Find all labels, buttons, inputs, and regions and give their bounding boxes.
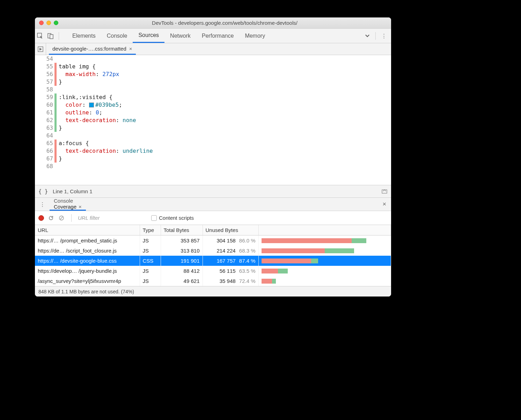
tab-performance[interactable]: Performance: [196, 29, 240, 43]
line-number: 66: [35, 147, 53, 155]
file-navigator-icon[interactable]: [35, 43, 46, 55]
code-line[interactable]: }: [59, 78, 391, 86]
cell-bar: [258, 276, 391, 286]
more-tabs-icon[interactable]: [362, 33, 373, 38]
code-line[interactable]: [59, 163, 391, 170]
clear-icon[interactable]: [58, 215, 65, 222]
code-line[interactable]: max-width: 272px: [59, 70, 391, 78]
divider: [71, 214, 72, 222]
table-row[interactable]: https://… /prompt_embed_static.jsJS353 8…: [35, 235, 391, 246]
code-line[interactable]: color: #039be5;: [59, 101, 391, 109]
line-number: 54: [35, 55, 53, 63]
cell-unused: 35 948 72.4 %: [203, 276, 258, 286]
tab-console[interactable]: Console: [101, 29, 133, 43]
close-drawer-tab-icon[interactable]: ×: [79, 204, 82, 210]
file-tabs: devsite-google-….css:formatted ×: [35, 43, 391, 55]
code-line[interactable]: table img {: [59, 63, 391, 70]
cell-unused: 214 224 68.3 %: [203, 246, 258, 256]
cell-total: 49 621: [161, 276, 203, 286]
cell-total: 313 810: [161, 246, 203, 256]
divider: [59, 32, 59, 40]
tab-elements[interactable]: Elements: [67, 29, 101, 43]
content-scripts-checkbox[interactable]: Content scripts: [151, 215, 194, 221]
coverage-summary-text: 848 KB of 1.1 MB bytes are not used. (74…: [38, 289, 134, 294]
code-line[interactable]: }: [59, 155, 391, 163]
code-line[interactable]: outline: 0;: [59, 109, 391, 117]
inspect-element-icon[interactable]: [35, 29, 45, 43]
tab-sources[interactable]: Sources: [133, 29, 164, 43]
code-line[interactable]: text-decoration: underline: [59, 147, 391, 155]
maximize-window-button[interactable]: [54, 21, 58, 25]
cell-url: https://… /devsite-google-blue.css: [35, 256, 140, 266]
close-file-tab-icon[interactable]: ×: [129, 46, 132, 52]
cell-url: https://de… /script_foot_closure.js: [35, 246, 140, 256]
table-row[interactable]: https://… /devsite-google-blue.cssCSS191…: [35, 256, 391, 266]
close-window-button[interactable]: [39, 21, 44, 25]
drawer-tab-coverage[interactable]: Coverage×: [50, 204, 86, 211]
titlebar: DevTools - developers.google.com/web/too…: [35, 17, 391, 29]
reload-icon[interactable]: [47, 215, 54, 222]
editor-status-bar: { } Line 1, Column 1: [35, 185, 391, 197]
cell-url: https://develop… /jquery-bundle.js: [35, 266, 140, 276]
cell-type: JS: [140, 276, 161, 286]
line-number: 57: [35, 78, 53, 86]
drawer-kebab-icon[interactable]: ⋮: [37, 201, 47, 208]
checkbox-icon[interactable]: [151, 215, 157, 221]
code-editor[interactable]: 545556575859606162636465666768 table img…: [35, 55, 391, 185]
cell-unused: 167 757 87.4 %: [203, 256, 258, 266]
code-line[interactable]: }: [59, 124, 391, 132]
code-line[interactable]: [59, 132, 391, 140]
file-tab-label: devsite-google-….css:formatted: [52, 46, 126, 52]
cell-url: https://… /prompt_embed_static.js: [35, 235, 140, 246]
cell-type: JS: [140, 246, 161, 256]
line-gutter: 545556575859606162636465666768: [35, 55, 54, 185]
code-area[interactable]: table img { max-width: 272px}:link,:visi…: [57, 55, 391, 185]
svg-rect-2: [50, 35, 53, 39]
column-header[interactable]: URL: [35, 225, 140, 235]
drawer-tabs: ⋮ ConsoleCoverage× ×: [35, 198, 391, 211]
table-row[interactable]: https://develop… /jquery-bundle.jsJS88 4…: [35, 266, 391, 276]
line-number: 68: [35, 163, 53, 170]
line-number: 59: [35, 93, 53, 101]
line-number: 63: [35, 124, 53, 132]
table-row[interactable]: /async_survey?site=ylj5ifxusvvmr4pJS49 6…: [35, 276, 391, 286]
tab-memory[interactable]: Memory: [239, 29, 271, 43]
pretty-print-icon[interactable]: { }: [38, 188, 48, 195]
code-line[interactable]: :link,:visited {: [59, 93, 391, 101]
content-scripts-label: Content scripts: [159, 215, 194, 221]
code-line[interactable]: [59, 86, 391, 93]
table-row[interactable]: https://de… /script_foot_closure.jsJS313…: [35, 246, 391, 256]
cell-type: JS: [140, 235, 161, 246]
column-header[interactable]: Total Bytes: [161, 225, 203, 235]
record-button[interactable]: [38, 215, 44, 221]
main-toolbar: ElementsConsoleSourcesNetworkPerformance…: [35, 29, 391, 43]
coverage-summary: 848 KB of 1.1 MB bytes are not used. (74…: [35, 286, 391, 297]
close-drawer-icon[interactable]: ×: [380, 201, 389, 208]
main-tabs: ElementsConsoleSourcesNetworkPerformance…: [67, 29, 362, 43]
drawer-tab-console[interactable]: Console: [50, 198, 86, 204]
column-header[interactable]: [258, 225, 391, 235]
code-line[interactable]: a:focus {: [59, 140, 391, 147]
divider: [375, 32, 376, 40]
line-number: 60: [35, 101, 53, 109]
url-filter-input[interactable]: [78, 215, 148, 221]
code-line[interactable]: text-decoration: none: [59, 117, 391, 124]
svg-rect-4: [382, 190, 387, 193]
tab-network[interactable]: Network: [164, 29, 196, 43]
cursor-position: Line 1, Column 1: [53, 188, 92, 194]
settings-kebab-icon[interactable]: ⋮: [379, 33, 389, 39]
cell-total: 191 901: [161, 256, 203, 266]
file-tab[interactable]: devsite-google-….css:formatted ×: [49, 43, 136, 55]
code-line[interactable]: [59, 55, 391, 63]
line-number: 65: [35, 140, 53, 147]
window-controls: [39, 21, 58, 25]
line-number: 64: [35, 132, 53, 140]
toggle-sidebar-icon[interactable]: [381, 188, 388, 195]
cell-bar: [258, 246, 391, 256]
column-header[interactable]: Unused Bytes: [203, 225, 258, 235]
column-header[interactable]: Type: [140, 225, 161, 235]
device-mode-icon[interactable]: [45, 29, 56, 43]
table-header-row: URLTypeTotal BytesUnused Bytes: [35, 225, 391, 235]
line-number: 67: [35, 155, 53, 163]
minimize-window-button[interactable]: [46, 21, 51, 25]
